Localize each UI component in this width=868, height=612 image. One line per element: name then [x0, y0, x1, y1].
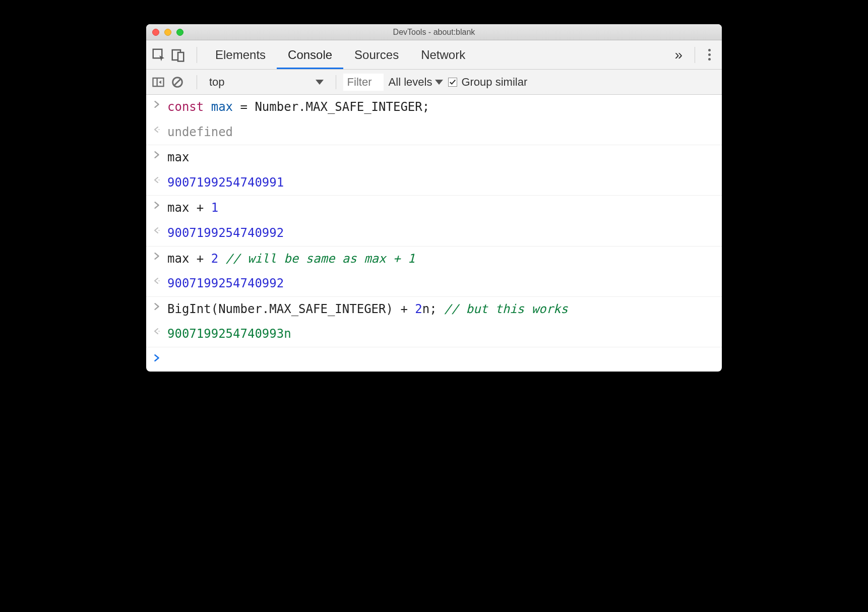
console-output: const max = Number.MAX_SAFE_INTEGER;unde… — [146, 95, 722, 347]
minimize-window-button[interactable] — [164, 29, 171, 36]
tab-sources[interactable]: Sources — [343, 40, 410, 69]
code-text: 9007199254740993n — [167, 326, 291, 343]
code-text: undefined — [167, 124, 233, 141]
tab-console[interactable]: Console — [277, 40, 343, 69]
console-output-line: undefined — [146, 120, 722, 146]
console-input[interactable] — [167, 352, 717, 361]
svg-rect-2 — [178, 52, 183, 62]
window-title: DevTools - about:blank — [146, 28, 722, 37]
context-label: top — [209, 76, 225, 89]
console-input-line: max — [146, 145, 722, 170]
input-chevron-icon — [152, 200, 161, 209]
panel-toolbar: Elements Console Sources Network » — [146, 40, 722, 70]
svg-point-8 — [159, 280, 160, 281]
code-text: 9007199254740992 — [167, 275, 284, 292]
output-chevron-icon — [152, 225, 161, 234]
code-text: BigInt(Number.MAX_SAFE_INTEGER) + 2n; //… — [167, 301, 568, 318]
settings-menu-icon[interactable] — [702, 49, 717, 60]
input-chevron-icon — [152, 99, 161, 108]
toggle-sidebar-icon[interactable] — [151, 75, 165, 89]
tab-network[interactable]: Network — [410, 40, 476, 69]
chevron-down-icon — [435, 80, 443, 85]
code-text: max + 2 // will be same as max + 1 — [167, 251, 415, 268]
output-chevron-icon — [152, 124, 161, 133]
separator — [197, 75, 197, 89]
code-text: 9007199254740992 — [167, 225, 284, 242]
code-text: const max = Number.MAX_SAFE_INTEGER; — [167, 99, 429, 116]
input-chevron-icon — [152, 149, 161, 158]
chevron-down-icon — [316, 80, 324, 85]
svg-point-5 — [159, 129, 160, 130]
output-chevron-icon — [152, 326, 161, 335]
input-chevron-icon — [152, 251, 161, 260]
panel-tabs: Elements Console Sources Network — [204, 40, 476, 69]
svg-point-9 — [159, 331, 160, 332]
separator — [695, 47, 695, 63]
console-input-line: max + 2 // will be same as max + 1 — [146, 247, 722, 272]
console-input-line: BigInt(Number.MAX_SAFE_INTEGER) + 2n; //… — [146, 297, 722, 322]
console-filter-bar: top All levels Group similar — [146, 70, 722, 95]
code-text: max + 1 — [167, 200, 218, 217]
zoom-window-button[interactable] — [176, 29, 183, 36]
console-output-line: 9007199254740991 — [146, 170, 722, 196]
group-similar-checkbox[interactable] — [448, 78, 457, 87]
code-text: max — [167, 149, 189, 166]
filter-input[interactable] — [343, 74, 384, 91]
devtools-window: DevTools - about:blank Elements Console … — [146, 24, 722, 372]
svg-point-6 — [159, 179, 160, 180]
console-input-line: const max = Number.MAX_SAFE_INTEGER; — [146, 95, 722, 120]
output-chevron-icon — [152, 174, 161, 183]
console-input-line: max + 1 — [146, 196, 722, 221]
group-similar-label: Group similar — [461, 76, 527, 89]
separator — [197, 47, 197, 63]
console-output-line: 9007199254740992 — [146, 221, 722, 247]
svg-point-7 — [159, 230, 160, 231]
log-levels-selector[interactable]: All levels — [389, 76, 444, 89]
prompt-chevron-icon — [152, 352, 161, 361]
console-prompt-row — [146, 347, 722, 372]
svg-rect-3 — [153, 78, 164, 86]
close-window-button[interactable] — [152, 29, 159, 36]
code-text: 9007199254740991 — [167, 174, 284, 192]
execution-context-selector[interactable]: top — [204, 76, 329, 89]
titlebar: DevTools - about:blank — [146, 24, 722, 40]
clear-console-icon[interactable] — [170, 75, 184, 89]
console-output-line: 9007199254740992 — [146, 271, 722, 297]
more-tabs-icon[interactable]: » — [666, 47, 688, 63]
device-toolbar-icon[interactable] — [170, 47, 185, 63]
inspect-element-icon[interactable] — [151, 47, 166, 63]
console-output-line: 9007199254740993n — [146, 322, 722, 347]
input-chevron-icon — [152, 301, 161, 310]
output-chevron-icon — [152, 275, 161, 284]
tab-elements[interactable]: Elements — [204, 40, 277, 69]
levels-label: All levels — [389, 76, 432, 89]
traffic-lights — [152, 29, 183, 36]
separator — [336, 75, 336, 89]
